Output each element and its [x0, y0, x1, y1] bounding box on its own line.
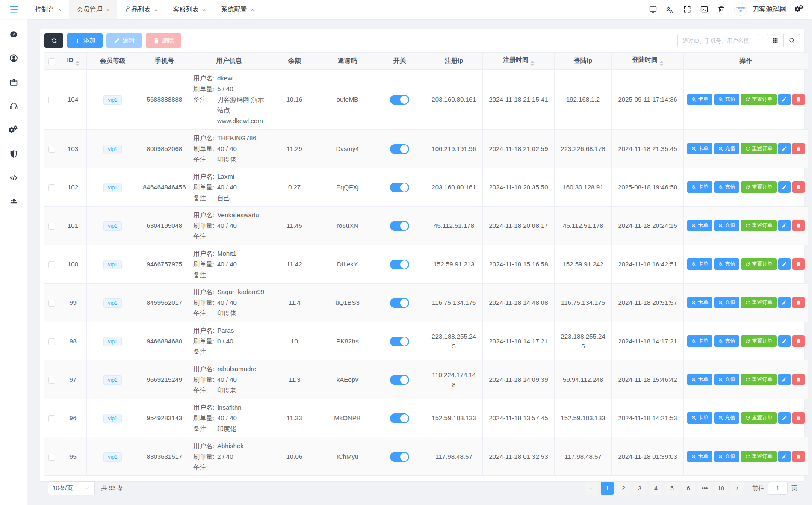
delete-row-button[interactable] — [792, 412, 805, 424]
col-header-reg-time[interactable]: 注册时间 — [483, 53, 555, 70]
view-card-button[interactable]: 卡单 — [687, 412, 712, 424]
view-card-button[interactable]: 卡单 — [687, 451, 712, 462]
edit-row-button[interactable] — [778, 143, 791, 154]
row-checkbox[interactable] — [48, 223, 55, 230]
reset-orders-button[interactable]: 重置订单 — [741, 220, 777, 231]
prev-page-button[interactable] — [585, 482, 597, 495]
recharge-button[interactable]: 充值 — [714, 297, 739, 308]
tab-close-icon[interactable]: × — [154, 6, 158, 13]
row-checkbox[interactable] — [48, 338, 55, 345]
reset-orders-button[interactable]: 重置订单 — [741, 412, 777, 424]
refresh-button[interactable] — [44, 33, 63, 48]
switch-toggle[interactable] — [390, 144, 409, 154]
page-button-2[interactable]: 2 — [617, 482, 630, 495]
reset-orders-button[interactable]: 重置订单 — [741, 451, 777, 462]
switch-toggle[interactable] — [390, 95, 409, 105]
view-card-button[interactable]: 卡单 — [687, 181, 712, 193]
sidebar-item-code[interactable] — [0, 166, 27, 190]
delete-row-button[interactable] — [792, 220, 805, 231]
sidebar-item-products[interactable] — [0, 70, 27, 94]
reset-orders-button[interactable]: 重置订单 — [741, 94, 777, 105]
row-checkbox[interactable] — [48, 415, 55, 422]
monitor-icon[interactable] — [649, 5, 657, 14]
edit-row-button[interactable] — [778, 374, 791, 385]
row-checkbox[interactable] — [48, 300, 55, 307]
view-card-button[interactable]: 卡单 — [687, 297, 712, 308]
row-checkbox[interactable] — [48, 377, 55, 384]
recharge-button[interactable]: 充值 — [714, 258, 739, 270]
reset-orders-button[interactable]: 重置订单 — [741, 258, 777, 270]
next-page-button[interactable] — [731, 482, 744, 495]
reset-orders-button[interactable]: 重置订单 — [741, 181, 777, 193]
recharge-button[interactable]: 充值 — [714, 181, 739, 193]
edit-row-button[interactable] — [778, 220, 791, 231]
edit-row-button[interactable] — [778, 258, 791, 270]
delete-row-button[interactable] — [792, 143, 805, 154]
tab-close-icon[interactable]: × — [106, 6, 110, 13]
settings-icon[interactable] — [795, 5, 804, 14]
recharge-button[interactable]: 充值 — [714, 143, 739, 154]
switch-toggle[interactable] — [390, 337, 409, 346]
edit-row-button[interactable] — [778, 94, 791, 105]
delete-row-button[interactable] — [792, 181, 805, 193]
switch-toggle[interactable] — [390, 221, 409, 231]
page-button-1[interactable]: 1 — [601, 482, 614, 495]
recharge-button[interactable]: 充值 — [714, 412, 739, 424]
sort-icon[interactable] — [660, 61, 663, 66]
terminal-icon[interactable] — [700, 5, 709, 14]
view-card-button[interactable]: 卡单 — [687, 374, 712, 385]
view-card-button[interactable]: 卡单 — [687, 335, 712, 347]
tab-close-icon[interactable]: × — [251, 6, 254, 13]
switch-toggle[interactable] — [390, 298, 409, 308]
sidebar-item-members[interactable] — [0, 46, 27, 70]
row-checkbox[interactable] — [48, 261, 55, 268]
tab-close-icon[interactable]: × — [203, 6, 206, 13]
view-card-button[interactable]: 卡单 — [687, 94, 712, 105]
delete-row-button[interactable] — [792, 297, 805, 308]
reset-orders-button[interactable]: 重置订单 — [741, 143, 777, 154]
switch-toggle[interactable] — [390, 375, 409, 385]
delete-row-button[interactable] — [792, 335, 805, 347]
avatar[interactable]: 刀客源码网 — [734, 3, 747, 16]
switch-toggle[interactable] — [390, 183, 409, 192]
page-button-4[interactable]: 4 — [650, 482, 662, 495]
sort-icon[interactable] — [531, 61, 534, 66]
page-button-3[interactable]: 3 — [633, 482, 646, 495]
edit-row-button[interactable] — [778, 451, 791, 462]
sort-icon[interactable] — [76, 61, 79, 66]
view-card-button[interactable]: 卡单 — [687, 143, 712, 154]
goto-page-input[interactable] — [768, 482, 788, 495]
col-header-login-time[interactable]: 登陆时间 — [612, 53, 684, 70]
trash-icon[interactable] — [717, 5, 726, 14]
row-checkbox[interactable] — [48, 146, 55, 153]
add-button[interactable]: 添加 — [67, 33, 103, 48]
edit-row-button[interactable] — [778, 412, 791, 424]
view-card-button[interactable]: 卡单 — [687, 220, 712, 231]
row-checkbox[interactable] — [48, 454, 55, 461]
edit-row-button[interactable] — [778, 335, 791, 347]
tab-products[interactable]: 产品列表× — [117, 0, 165, 19]
tab-console[interactable]: 控制台× — [27, 0, 69, 19]
page-button-10[interactable]: 10 — [715, 482, 727, 495]
view-card-button[interactable]: 卡单 — [687, 258, 712, 270]
sidebar-item-dashboard[interactable] — [0, 22, 27, 46]
sidebar-item-security[interactable] — [0, 142, 27, 166]
translate-icon[interactable]: 文A — [666, 5, 674, 14]
edit-row-button[interactable] — [778, 181, 791, 193]
search-button[interactable] — [783, 34, 800, 47]
tab-support[interactable]: 客服列表× — [165, 0, 214, 19]
tab-close-icon[interactable]: × — [58, 6, 62, 13]
select-all-checkbox[interactable] — [48, 58, 55, 65]
row-checkbox[interactable] — [48, 184, 55, 191]
sidebar-item-services[interactable] — [0, 118, 27, 142]
delete-row-button[interactable] — [792, 94, 805, 105]
switch-toggle[interactable] — [390, 260, 409, 269]
sidebar-item-support[interactable] — [0, 94, 27, 118]
page-size-select[interactable]: 10条/页 — [48, 481, 95, 495]
delete-row-button[interactable] — [792, 258, 805, 270]
page-button-5[interactable]: 5 — [666, 482, 679, 495]
grid-view-button[interactable] — [767, 34, 783, 47]
recharge-button[interactable]: 充值 — [714, 374, 739, 385]
tab-members[interactable]: 会员管理× — [69, 0, 118, 19]
switch-toggle[interactable] — [390, 452, 409, 462]
